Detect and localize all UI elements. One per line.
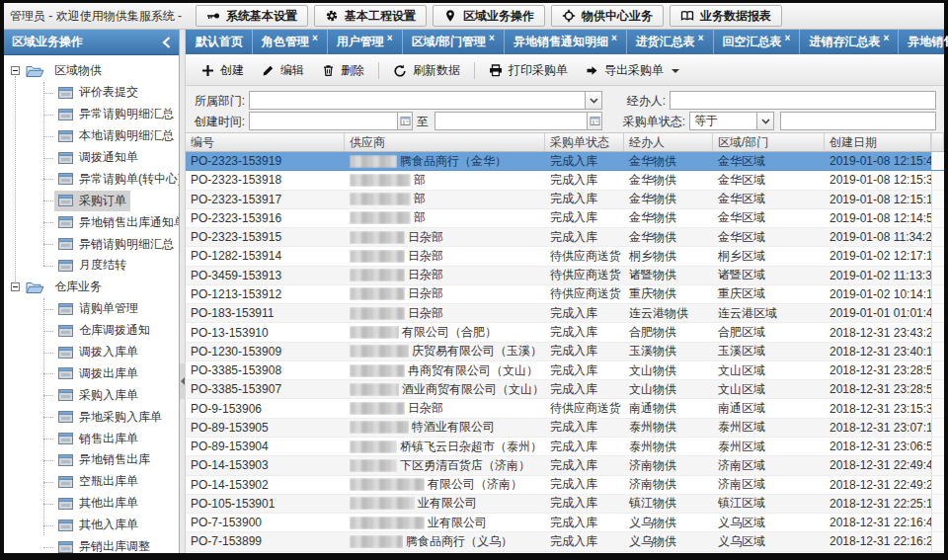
tree-item[interactable]: 其他出库单 — [4, 493, 179, 515]
tab[interactable]: 区域/部门管理 × — [403, 30, 505, 54]
supplier-text: 日杂部 — [408, 248, 443, 265]
supplier-text: 有限公司（合肥） — [402, 324, 497, 341]
tab[interactable]: 进货汇总表 × — [627, 30, 714, 54]
agent-input[interactable] — [670, 91, 936, 110]
tree-item[interactable]: 月度结转 — [4, 255, 179, 277]
table-row[interactable]: PO-2323-153915 日杂部 完成入库 金华物供 金华区域 2019-0… — [186, 228, 944, 247]
tab-close-icon[interactable]: × — [611, 34, 617, 43]
tab-close-icon[interactable]: × — [312, 34, 318, 43]
tab[interactable]: 进销存汇总表 × — [800, 30, 899, 54]
calendar-icon[interactable] — [587, 113, 601, 129]
menu-region-operations-button[interactable]: 区域业务操作 — [433, 5, 545, 27]
menu-engineering-settings-button[interactable]: 基本工程设置 — [314, 5, 427, 27]
refresh-button[interactable]: 刷新数据 — [385, 59, 468, 82]
created-date-cell: 2018-12-31 22:49:48 — [825, 456, 931, 474]
tree-item[interactable]: 仓库调拨通知 — [4, 320, 179, 342]
tree-item[interactable]: 采购订单 — [4, 190, 179, 211]
tree-item[interactable]: 请购单管理 — [4, 298, 179, 320]
column-header-status[interactable]: 采购单状态 — [545, 133, 624, 151]
delete-button[interactable]: 删除 — [314, 59, 372, 82]
create-button[interactable]: 创建 — [194, 59, 252, 82]
tree-item[interactable]: 采购入库单 — [4, 384, 179, 406]
tab-close-icon[interactable]: × — [883, 34, 889, 43]
table-row[interactable]: PO-2323-153918 部 完成入库 金华物供 金华区域 2019-01-… — [186, 171, 944, 190]
table-row[interactable]: PO-2323-153917 部 完成入库 金华物供 金华区域 2019-01-… — [186, 191, 944, 209]
tab[interactable]: 异地销售调整明细 × — [899, 30, 948, 54]
table-row[interactable]: PO-3385-153908 冉商贸有限公司（文山） 完成入库 文山物供 文山区… — [186, 361, 944, 380]
tab-close-icon[interactable]: × — [489, 34, 495, 43]
chevron-down-icon[interactable] — [585, 92, 601, 109]
tree-item-body: 区域物供 — [50, 60, 106, 81]
menu-reports-button[interactable]: 业务数据报表 — [670, 5, 782, 27]
column-header-agent[interactable]: 经办人 — [624, 133, 713, 151]
status-value-input[interactable] — [780, 112, 936, 130]
tree-item[interactable]: 仓库业务 — [4, 277, 179, 298]
table-row[interactable]: PO-7-153900 业有限公司 完成入库 义乌物供 义乌区域 2018-12… — [186, 514, 944, 532]
tree-item[interactable]: 调拨通知单 — [4, 147, 179, 169]
department-combobox[interactable] — [249, 91, 602, 110]
table-row[interactable]: PO-7-153899 腾食品商行（义乌） 完成入库 义乌物供 义乌区域 201… — [186, 532, 944, 551]
tab-close-icon[interactable]: × — [698, 34, 704, 43]
tree-item[interactable]: 区域物供 — [4, 60, 179, 82]
table-row[interactable]: PO-183-153911 日杂部 完成入库 连云港物供 连云港区域 2019-… — [186, 304, 944, 323]
table-row[interactable]: PO-2323-153919 腾食品商行（金华） 完成入库 金华物供 金华区域 … — [186, 152, 944, 171]
tree-item[interactable]: 异销请购明细汇总 — [4, 233, 179, 255]
table-row[interactable]: PO-3459-153913 日杂部 待供应商送货 诸暨物供 诸暨区域 2019… — [186, 267, 944, 285]
tree-item[interactable]: 异地销售出库通知单 — [4, 211, 179, 233]
table-row[interactable]: PO-2323-153916 部 完成入库 金华物供 金华区域 2019-01-… — [186, 209, 944, 228]
table-row[interactable]: PO-1230-153909 庆贸易有限公司（玉溪） 完成入库 玉溪物供 玉溪区… — [186, 343, 944, 361]
tree-item[interactable]: 异常请购明细汇总 — [4, 104, 179, 125]
table-row[interactable]: PO-89-153905 特酒业有限公司 完成入库 泰州物供 泰州区域 2018… — [186, 419, 944, 438]
target-icon — [562, 9, 576, 23]
table-row[interactable]: PO-1213-153912 日杂部 待供应商送货 重庆物供 重庆区域 2019… — [186, 285, 944, 304]
table-row[interactable]: PO-14-153903 下区勇清百货店（济南） 完成入库 济南物供 济南区域 … — [186, 456, 944, 475]
tab[interactable]: 回空汇总表 × — [714, 30, 801, 54]
table-row[interactable]: PO-1282-153914 日杂部 待供应商送货 桐乡物供 桐乡区域 2019… — [186, 247, 944, 266]
column-header-region[interactable]: 区域/部门 — [713, 133, 825, 151]
status-operator-select[interactable]: 等于 — [689, 112, 774, 130]
supplier-cell: 日杂部 — [345, 304, 545, 322]
tree-item[interactable]: 异地销售出库 — [4, 449, 179, 471]
chevron-left-icon[interactable] — [162, 37, 171, 48]
tree-item[interactable]: 空瓶出库单 — [4, 471, 179, 493]
edit-button[interactable]: 编辑 — [254, 59, 312, 82]
supplier-cell: 日杂部 — [345, 228, 545, 246]
created-to-input[interactable] — [434, 112, 602, 130]
supplier-text: 日杂部 — [408, 285, 443, 302]
column-header-created[interactable]: 创建日期 — [825, 133, 931, 151]
tree-expander-icon[interactable] — [11, 66, 20, 75]
table-row[interactable]: PO-13-153910 有限公司（合肥） 完成入库 合肥物供 合肥区域 201… — [186, 323, 944, 342]
tree-item[interactable]: 销售出库单 — [4, 428, 179, 449]
tree-item[interactable]: 其他入库单 — [4, 515, 179, 536]
calendar-icon[interactable] — [397, 113, 412, 129]
column-header-number[interactable]: 编号 — [186, 133, 345, 151]
table-row[interactable]: PO-9-153906 日杂部 待供应商送货 南通物供 南通区域 2018-12… — [186, 399, 944, 418]
table-row[interactable]: PO-105-153901 业有限公司 完成入库 镇江物供 镇江区域 2018-… — [186, 495, 944, 514]
tab[interactable]: 角色管理 × — [253, 30, 328, 54]
menu-system-settings-button[interactable]: 系统基本设置 — [196, 5, 308, 27]
tab[interactable]: 默认首页 — [187, 30, 253, 54]
chevron-down-icon[interactable] — [756, 113, 773, 129]
table-row[interactable]: PO-3385-153907 酒业商贸有限公司（文山） 完成入库 文山物供 文山… — [186, 380, 944, 399]
tree-item[interactable]: 调拨入库单 — [4, 342, 179, 363]
tab[interactable]: 用户管理 × — [328, 30, 403, 54]
created-from-input[interactable] — [249, 112, 413, 130]
tab-close-icon[interactable]: × — [387, 34, 393, 43]
tab-close-icon[interactable]: × — [785, 34, 791, 43]
menu-supply-center-button[interactable]: 物供中心业务 — [551, 5, 664, 27]
print-button[interactable]: 打印采购单 — [481, 59, 576, 82]
sidebar-collapse-handle[interactable] — [180, 363, 186, 399]
tree-expander-icon[interactable] — [11, 282, 20, 291]
tab[interactable]: 异地销售通知明细 × — [505, 30, 627, 54]
tree-item[interactable]: 异地采购入库单 — [4, 406, 179, 428]
tree-item[interactable]: 调拨出库单 — [4, 362, 179, 384]
column-header-supplier[interactable]: 供应商 — [345, 133, 545, 151]
tree-item[interactable]: 异销出库调整 — [4, 536, 179, 553]
redacted-supplier-blur — [350, 517, 425, 529]
tree-item[interactable]: 本地请购明细汇总 — [4, 125, 179, 147]
tree-item[interactable]: 评价表提交 — [4, 82, 179, 104]
table-row[interactable]: PO-14-153902 有限公司（济南） 完成入库 济南物供 济南区域 201… — [186, 476, 944, 495]
table-row[interactable]: PO-89-153904 桥镇飞云日杂超市（泰州） 完成入库 泰州物供 泰州区域… — [186, 438, 944, 456]
tree-item[interactable]: 异常请购单(转中心) — [4, 168, 179, 190]
export-button[interactable]: 导出采购单 — [578, 59, 687, 82]
